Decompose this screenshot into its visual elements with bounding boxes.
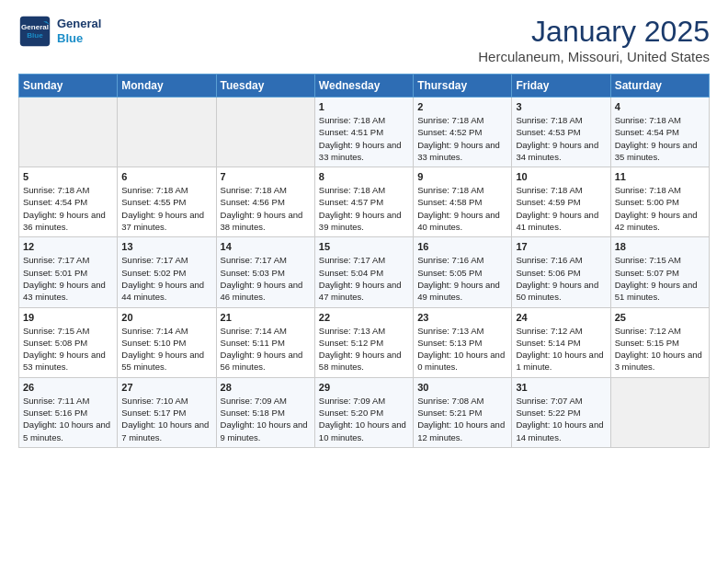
logo-name-general: General [57, 17, 101, 31]
calendar-cell [19, 98, 118, 167]
day-info: Sunrise: 7:16 AMSunset: 5:05 PMDaylight:… [417, 254, 507, 303]
day-number: 6 [121, 171, 211, 182]
header: General Blue General Blue January 2025 H… [18, 15, 710, 64]
calendar-cell: 9Sunrise: 7:18 AMSunset: 4:58 PMDaylight… [414, 167, 512, 237]
day-number: 3 [516, 101, 606, 112]
day-number: 20 [121, 312, 211, 323]
day-number: 5 [23, 171, 113, 182]
logo-icon: General Blue [18, 15, 51, 48]
day-number: 21 [221, 312, 311, 323]
day-info: Sunrise: 7:18 AMSunset: 4:58 PMDaylight:… [417, 184, 507, 233]
calendar-cell: 4Sunrise: 7:18 AMSunset: 4:54 PMDaylight… [610, 98, 709, 167]
calendar-cell: 18Sunrise: 7:15 AMSunset: 5:07 PMDayligh… [610, 237, 709, 307]
calendar-cell: 19Sunrise: 7:15 AMSunset: 5:08 PMDayligh… [19, 307, 118, 377]
calendar-cell: 17Sunrise: 7:16 AMSunset: 5:06 PMDayligh… [512, 237, 610, 307]
day-info: Sunrise: 7:15 AMSunset: 5:08 PMDaylight:… [23, 325, 113, 373]
page-container: General Blue General Blue January 2025 H… [0, 0, 728, 457]
day-info: Sunrise: 7:18 AMSunset: 4:57 PMDaylight:… [319, 184, 409, 233]
calendar-cell: 1Sunrise: 7:18 AMSunset: 4:51 PMDaylight… [314, 98, 413, 167]
logo-name-blue: Blue [57, 31, 101, 46]
day-number: 14 [221, 241, 311, 252]
day-number: 23 [417, 312, 507, 323]
col-header-saturday: Saturday [610, 75, 709, 98]
day-info: Sunrise: 7:09 AMSunset: 5:20 PMDaylight:… [319, 395, 409, 443]
day-info: Sunrise: 7:07 AMSunset: 5:22 PMDaylight:… [516, 395, 606, 443]
calendar-cell: 5Sunrise: 7:18 AMSunset: 4:54 PMDaylight… [19, 167, 118, 237]
day-number: 29 [319, 382, 409, 393]
col-header-wednesday: Wednesday [314, 75, 413, 98]
calendar-cell: 13Sunrise: 7:17 AMSunset: 5:02 PMDayligh… [118, 237, 216, 307]
day-number: 1 [319, 101, 409, 112]
day-number: 16 [417, 241, 507, 252]
day-info: Sunrise: 7:17 AMSunset: 5:04 PMDaylight:… [319, 254, 409, 303]
calendar-cell: 20Sunrise: 7:14 AMSunset: 5:10 PMDayligh… [118, 307, 216, 377]
day-number: 28 [221, 382, 311, 393]
calendar-title: January 2025 [478, 15, 710, 49]
day-info: Sunrise: 7:18 AMSunset: 5:00 PMDaylight:… [615, 184, 705, 233]
calendar-cell: 12Sunrise: 7:17 AMSunset: 5:01 PMDayligh… [19, 237, 118, 307]
day-info: Sunrise: 7:14 AMSunset: 5:10 PMDaylight:… [121, 325, 211, 373]
day-info: Sunrise: 7:18 AMSunset: 4:52 PMDaylight:… [417, 114, 507, 163]
calendar-week-row: 26Sunrise: 7:11 AMSunset: 5:16 PMDayligh… [19, 377, 710, 447]
calendar-week-row: 12Sunrise: 7:17 AMSunset: 5:01 PMDayligh… [19, 237, 710, 307]
col-header-tuesday: Tuesday [216, 75, 314, 98]
calendar-week-row: 5Sunrise: 7:18 AMSunset: 4:54 PMDaylight… [19, 167, 710, 237]
col-header-thursday: Thursday [414, 75, 512, 98]
day-info: Sunrise: 7:18 AMSunset: 4:53 PMDaylight:… [516, 114, 606, 163]
day-number: 12 [23, 241, 113, 252]
day-info: Sunrise: 7:13 AMSunset: 5:12 PMDaylight:… [319, 325, 409, 373]
calendar-cell: 11Sunrise: 7:18 AMSunset: 5:00 PMDayligh… [610, 167, 709, 237]
day-info: Sunrise: 7:10 AMSunset: 5:17 PMDaylight:… [121, 395, 211, 443]
calendar-cell: 22Sunrise: 7:13 AMSunset: 5:12 PMDayligh… [314, 307, 413, 377]
calendar-week-row: 1Sunrise: 7:18 AMSunset: 4:51 PMDaylight… [19, 98, 710, 167]
calendar-cell: 30Sunrise: 7:08 AMSunset: 5:21 PMDayligh… [414, 377, 512, 447]
day-info: Sunrise: 7:18 AMSunset: 4:59 PMDaylight:… [516, 184, 606, 233]
calendar-cell: 16Sunrise: 7:16 AMSunset: 5:05 PMDayligh… [414, 237, 512, 307]
calendar-cell: 25Sunrise: 7:12 AMSunset: 5:15 PMDayligh… [610, 307, 709, 377]
calendar-cell: 14Sunrise: 7:17 AMSunset: 5:03 PMDayligh… [216, 237, 314, 307]
day-info: Sunrise: 7:12 AMSunset: 5:14 PMDaylight:… [516, 325, 606, 373]
day-info: Sunrise: 7:12 AMSunset: 5:15 PMDaylight:… [615, 325, 705, 373]
calendar-cell: 27Sunrise: 7:10 AMSunset: 5:17 PMDayligh… [118, 377, 216, 447]
day-number: 15 [319, 241, 409, 252]
day-number: 25 [615, 312, 705, 323]
day-info: Sunrise: 7:18 AMSunset: 4:55 PMDaylight:… [121, 184, 211, 233]
calendar-cell: 23Sunrise: 7:13 AMSunset: 5:13 PMDayligh… [414, 307, 512, 377]
day-number: 31 [516, 382, 606, 393]
calendar-cell: 7Sunrise: 7:18 AMSunset: 4:56 PMDaylight… [216, 167, 314, 237]
day-info: Sunrise: 7:09 AMSunset: 5:18 PMDaylight:… [221, 395, 311, 443]
col-header-sunday: Sunday [19, 75, 118, 98]
day-info: Sunrise: 7:08 AMSunset: 5:21 PMDaylight:… [417, 395, 507, 443]
day-number: 11 [615, 171, 705, 182]
calendar-cell: 28Sunrise: 7:09 AMSunset: 5:18 PMDayligh… [216, 377, 314, 447]
day-info: Sunrise: 7:18 AMSunset: 4:54 PMDaylight:… [23, 184, 113, 233]
day-number: 9 [417, 171, 507, 182]
svg-text:General: General [21, 23, 49, 31]
logo: General Blue General Blue [18, 15, 101, 48]
title-block: January 2025 Herculaneum, Missouri, Unit… [478, 15, 710, 64]
calendar-week-row: 19Sunrise: 7:15 AMSunset: 5:08 PMDayligh… [19, 307, 710, 377]
col-header-friday: Friday [512, 75, 610, 98]
calendar-cell: 8Sunrise: 7:18 AMSunset: 4:57 PMDaylight… [314, 167, 413, 237]
col-header-monday: Monday [118, 75, 216, 98]
day-number: 8 [319, 171, 409, 182]
calendar-cell: 24Sunrise: 7:12 AMSunset: 5:14 PMDayligh… [512, 307, 610, 377]
day-info: Sunrise: 7:15 AMSunset: 5:07 PMDaylight:… [615, 254, 705, 303]
day-info: Sunrise: 7:17 AMSunset: 5:01 PMDaylight:… [23, 254, 113, 303]
day-number: 2 [417, 101, 507, 112]
calendar-cell: 2Sunrise: 7:18 AMSunset: 4:52 PMDaylight… [414, 98, 512, 167]
calendar-cell: 6Sunrise: 7:18 AMSunset: 4:55 PMDaylight… [118, 167, 216, 237]
calendar-cell: 3Sunrise: 7:18 AMSunset: 4:53 PMDaylight… [512, 98, 610, 167]
calendar-cell: 10Sunrise: 7:18 AMSunset: 4:59 PMDayligh… [512, 167, 610, 237]
calendar-subtitle: Herculaneum, Missouri, United States [478, 49, 710, 64]
day-number: 7 [221, 171, 311, 182]
calendar-header-row: SundayMondayTuesdayWednesdayThursdayFrid… [19, 75, 710, 98]
day-info: Sunrise: 7:18 AMSunset: 4:56 PMDaylight:… [221, 184, 311, 233]
calendar-cell: 31Sunrise: 7:07 AMSunset: 5:22 PMDayligh… [512, 377, 610, 447]
calendar-cell [610, 377, 709, 447]
day-number: 22 [319, 312, 409, 323]
day-number: 10 [516, 171, 606, 182]
calendar-cell: 15Sunrise: 7:17 AMSunset: 5:04 PMDayligh… [314, 237, 413, 307]
calendar-table: SundayMondayTuesdayWednesdayThursdayFrid… [18, 74, 710, 448]
svg-text:Blue: Blue [27, 31, 43, 40]
